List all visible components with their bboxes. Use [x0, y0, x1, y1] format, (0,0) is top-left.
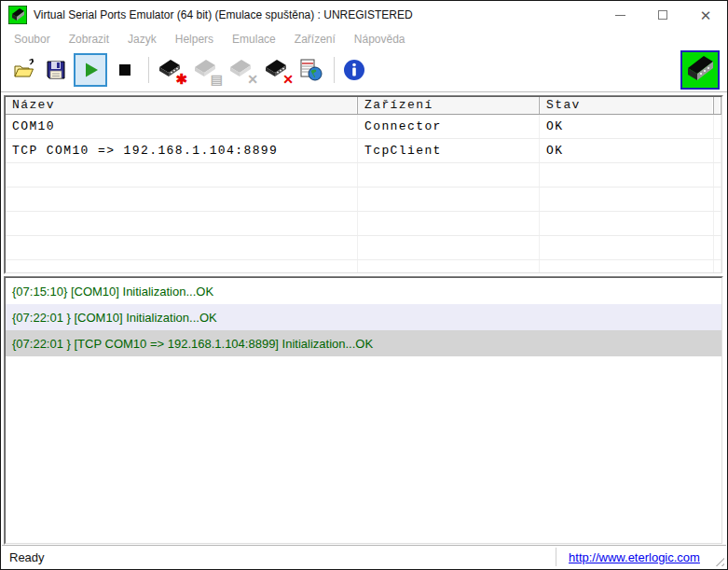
- table-cell: OK: [540, 139, 714, 162]
- create-device-button[interactable]: ✱: [155, 54, 186, 86]
- table-cell: [714, 236, 721, 259]
- table-cell: OK: [540, 115, 714, 138]
- device-table-header: Název Zařízení Stav: [6, 97, 721, 115]
- device-table-row[interactable]: COM10ConnectorOK: [6, 115, 721, 139]
- table-cell: [6, 188, 358, 211]
- table-cell: TcpClient: [358, 139, 540, 162]
- device-properties-button[interactable]: ▤: [190, 54, 222, 86]
- info-icon: [342, 58, 366, 82]
- stop-emulation-button[interactable]: [111, 54, 139, 86]
- window-title: Virtual Serial Ports Emulator (64 bit) (…: [34, 8, 413, 21]
- close-icon: ✕: [700, 8, 712, 22]
- table-cell: [714, 188, 721, 211]
- table-cell: [6, 260, 358, 273]
- table-cell: [358, 212, 540, 235]
- eterlogic-link[interactable]: http://www.eterlogic.com: [569, 550, 700, 564]
- open-button[interactable]: [10, 54, 38, 86]
- minimize-button[interactable]: [598, 1, 641, 29]
- title-bar: Virtual Serial Ports Emulator (64 bit) (…: [1, 1, 727, 29]
- device-table-empty-row: [6, 212, 721, 236]
- window-controls: ✕: [598, 1, 727, 29]
- table-cell: [714, 260, 721, 273]
- table-cell: [358, 260, 540, 273]
- save-icon: [44, 58, 68, 82]
- network-monitor-button[interactable]: [296, 54, 324, 86]
- table-cell: [714, 163, 721, 187]
- properties-sheet-icon: ▤: [211, 73, 223, 86]
- table-cell: [358, 188, 540, 211]
- table-cell: [358, 236, 540, 259]
- table-cell: [714, 139, 721, 162]
- delete-all-x-icon: ✕: [282, 73, 294, 86]
- maximize-button[interactable]: [641, 1, 684, 29]
- table-cell: [6, 163, 358, 187]
- column-header-nazev[interactable]: Název: [6, 97, 358, 114]
- menu-item-jazyk[interactable]: Jazyk: [118, 29, 166, 49]
- resize-grip[interactable]: [712, 554, 724, 566]
- table-cell: [540, 236, 714, 259]
- device-table-row[interactable]: TCP COM10 => 192.168.1.104:8899TcpClient…: [6, 139, 721, 163]
- table-cell: [6, 236, 358, 259]
- maximize-icon: [658, 10, 667, 20]
- menu-item-soubor[interactable]: Soubor: [5, 29, 60, 49]
- device-table-panel: Název Zařízení Stav COM10ConnectorOKTCP …: [4, 95, 723, 274]
- column-header-zarizeni[interactable]: Zařízení: [358, 97, 540, 114]
- status-link-panel: http://www.eterlogic.com: [556, 548, 712, 566]
- minimize-icon: [615, 15, 625, 16]
- save-button[interactable]: [42, 54, 70, 86]
- table-cell: [540, 163, 714, 187]
- device-table-empty-row: [6, 260, 721, 273]
- device-table-empty-row: [6, 188, 721, 212]
- table-cell: [540, 212, 714, 235]
- table-cell: [6, 212, 358, 235]
- toolbar: ✱ ▤ ✕ ✕: [1, 49, 727, 90]
- toolbar-separator: [334, 57, 335, 83]
- log-entry-selected[interactable]: {07:22:01 } [TCP COM10 => 192.168.1.104:…: [6, 330, 721, 356]
- open-file-icon: [12, 58, 36, 82]
- device-table-empty-row: [6, 163, 721, 188]
- log-panel: {07:15:10} [COM10] Initialization...OK{0…: [4, 276, 723, 545]
- log-entry[interactable]: {07:22:01 } [COM10] Initialization...OK: [6, 304, 721, 330]
- table-cell: [540, 260, 714, 273]
- delete-x-icon: ✕: [247, 73, 258, 86]
- menu-item-helpers[interactable]: Helpers: [166, 29, 223, 49]
- table-cell: TCP COM10 => 192.168.1.104:8899: [6, 139, 358, 162]
- about-button[interactable]: [340, 54, 368, 86]
- table-cell: COM10: [6, 115, 358, 138]
- status-bar: Ready http://www.eterlogic.com: [2, 545, 726, 568]
- log-panel-body: {07:15:10} [COM10] Initialization...OK{0…: [5, 277, 722, 544]
- menu-bar: SouborZobrazitJazykHelpersEmulaceZařízen…: [1, 29, 727, 49]
- device-table-empty-row: [6, 236, 721, 260]
- delete-all-devices-button[interactable]: ✕: [261, 54, 293, 86]
- computer-globe-icon: [298, 58, 323, 82]
- log-entry[interactable]: {07:15:10} [COM10] Initialization...OK: [6, 278, 721, 304]
- delete-device-button[interactable]: ✕: [226, 54, 257, 86]
- table-cell: [714, 212, 721, 235]
- app-window: Virtual Serial Ports Emulator (64 bit) (…: [0, 0, 728, 570]
- table-cell: Connector: [358, 115, 540, 138]
- stop-icon: [113, 58, 137, 82]
- column-header-stav[interactable]: Stav: [540, 97, 714, 114]
- status-message: Ready: [2, 550, 45, 564]
- table-cell: [358, 163, 540, 187]
- app-icon: [8, 6, 27, 24]
- menu-item-zarizeni[interactable]: Zařízení: [285, 29, 345, 49]
- column-header-filler: [714, 97, 721, 114]
- play-icon: [78, 58, 103, 82]
- table-cell: [540, 188, 714, 211]
- device-table-body: COM10ConnectorOKTCP COM10 => 192.168.1.1…: [6, 115, 721, 273]
- new-star-icon: ✱: [175, 72, 187, 86]
- close-button[interactable]: ✕: [684, 1, 727, 29]
- start-emulation-button[interactable]: [74, 53, 107, 87]
- toolbar-separator: [148, 57, 149, 83]
- table-cell: [714, 115, 721, 138]
- toolbar-divider: [1, 91, 727, 93]
- menu-item-zobrazit[interactable]: Zobrazit: [60, 29, 118, 49]
- app-logo: [680, 50, 720, 90]
- menu-item-emulace[interactable]: Emulace: [223, 29, 285, 49]
- menu-item-napoveda[interactable]: Nápověda: [345, 29, 415, 49]
